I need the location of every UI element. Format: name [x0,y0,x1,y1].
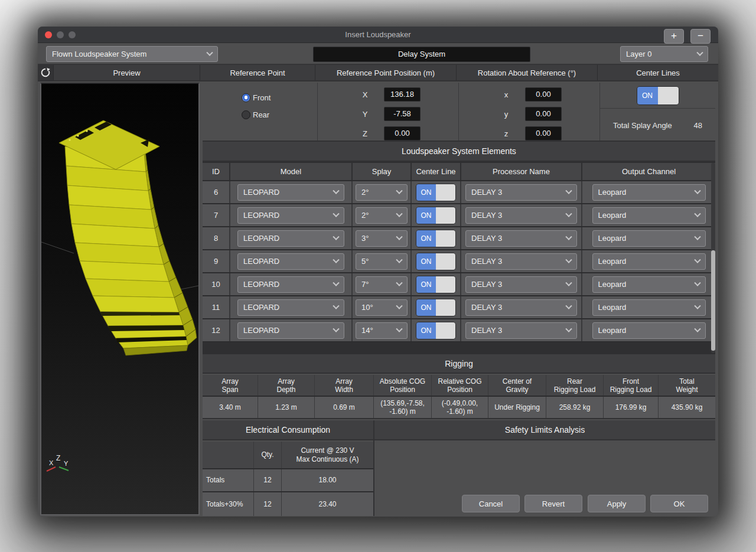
refresh-icon [40,67,51,78]
position-x-label: X [361,90,369,99]
revert-button[interactable]: Revert [524,495,582,512]
layer-dropdown[interactable]: Layer 0 [620,46,708,62]
center-lines-toggle-off-half [658,87,679,104]
chevron-down-icon [694,279,700,286]
processor-dropdown[interactable]: DELAY 3 [465,184,577,201]
output-channel-dropdown[interactable]: Leopard [592,230,706,247]
processor-dropdown[interactable]: DELAY 3 [465,299,577,316]
system-type-value: Flown Loudspeaker System [52,50,146,58]
center-line-toggle[interactable]: ON [416,322,456,339]
element-id: 10 [203,273,230,295]
center-lines-header: Center Lines [598,65,718,80]
splay-dropdown[interactable]: 2° [356,207,408,224]
apply-button[interactable]: Apply [588,495,646,512]
center-line-toggle[interactable]: ON [416,276,456,293]
col-splay-header: Splay [353,163,412,180]
chevron-down-icon [396,187,402,194]
splay-dropdown[interactable]: 5° [356,253,408,270]
processor-dropdown[interactable]: DELAY 3 [465,230,577,247]
element-id: 6 [203,181,230,203]
table-row: 10 LEOPARD 7° ON DELAY 3 Leopard [203,273,715,296]
model-dropdown[interactable]: LEOPARD [237,276,344,293]
rotation-y-input[interactable]: 0.00 [525,107,562,121]
col-model-header: Model [230,163,353,180]
position-x-input[interactable]: 136.18 [384,87,421,102]
processor-dropdown[interactable]: DELAY 3 [465,253,577,270]
chevron-down-icon [333,325,339,332]
center-lines-toggle[interactable]: ON [637,86,679,105]
axis-y-label: Y [64,460,69,467]
splay-dropdown[interactable]: 10° [356,299,408,316]
table-row: 6 LEOPARD 2° ON DELAY 3 Leopard [203,181,715,204]
table-row: 11 LEOPARD 10° ON DELAY 3 Leopard [203,296,715,319]
splay-dropdown[interactable]: 7° [356,276,408,293]
center-line-toggle[interactable]: ON [416,253,456,270]
table-row: 9 LEOPARD 5° ON DELAY 3 Leopard [203,250,715,273]
position-z-input[interactable]: 0.00 [384,126,421,141]
chevron-down-icon [396,256,402,263]
output-channel-dropdown[interactable]: Leopard [592,253,706,270]
model-dropdown[interactable]: LEOPARD [237,322,344,339]
chevron-down-icon [694,256,700,263]
center-line-toggle[interactable]: ON [416,207,456,224]
chevron-down-icon [396,233,402,240]
output-channel-dropdown[interactable]: Leopard [592,184,706,201]
add-element-button[interactable]: + [664,29,684,44]
model-dropdown[interactable]: LEOPARD [237,230,344,247]
relative-cog-value: (-0.49,0.00, -1.60) m [432,397,488,418]
preview-3d-canvas[interactable]: X Z Y [40,83,200,515]
radio-front-label: Front [253,93,271,102]
output-channel-dropdown[interactable]: Leopard [592,207,706,224]
totals-label: Totals [203,469,254,491]
col-output-header: Output Channel [582,163,715,180]
chevron-down-icon [206,49,213,55]
axis-triad-icon: X Z Y [47,454,69,471]
model-dropdown[interactable]: LEOPARD [237,207,344,224]
processor-dropdown[interactable]: DELAY 3 [465,322,577,339]
model-dropdown[interactable]: LEOPARD [237,253,344,270]
rigging-table-values: 3.40 m 1.23 m 0.69 m (135.69,-7.58, -1.6… [203,397,715,419]
output-channel-dropdown[interactable]: Leopard [592,276,706,293]
element-id: 8 [203,227,230,249]
model-dropdown[interactable]: LEOPARD [237,184,344,201]
qty-header: Qty. [254,442,282,468]
title-bar: Insert Loudspeaker [38,27,718,43]
position-y-input[interactable]: -7.58 [384,107,421,121]
processor-dropdown[interactable]: DELAY 3 [465,276,577,293]
processor-dropdown[interactable]: DELAY 3 [465,207,577,224]
output-channel-dropdown[interactable]: Leopard [592,299,706,316]
table-scrollbar[interactable] [711,163,715,353]
center-line-toggle[interactable]: ON [416,299,456,316]
chevron-down-icon [565,302,572,309]
rotation-z-label: z [503,129,510,138]
safety-section-header: Safety Limits Analysis [374,420,715,440]
center-of-gravity-value: Under Rigging [488,397,546,418]
center-line-toggle[interactable]: ON [416,184,456,201]
refresh-preview-button[interactable] [38,65,54,80]
array-depth-value: 1.23 m [258,397,315,418]
radio-rear[interactable]: Rear [242,110,271,119]
rotation-about-reference-header: Rotation About Reference (°) [457,65,598,80]
splay-dropdown[interactable]: 2° [356,184,408,201]
table-scrollbar-thumb[interactable] [711,250,715,351]
model-dropdown[interactable]: LEOPARD [237,299,344,316]
system-type-dropdown[interactable]: Flown Loudspeaker System [46,46,218,62]
section-header-row: Preview Reference Point Reference Point … [38,65,718,81]
rotation-z-input[interactable]: 0.00 [525,126,562,141]
chevron-down-icon [333,210,339,217]
electrical-section-header: Electrical Consumption [203,420,373,440]
ok-button[interactable]: OK [650,495,708,512]
system-name-input[interactable]: Delay System [313,47,530,62]
rotation-x-input[interactable]: 0.00 [525,87,562,102]
splay-dropdown[interactable]: 14° [356,322,408,339]
insert-loudspeaker-dialog: Insert Loudspeaker Flown Loudspeaker Sys… [38,27,718,517]
splay-dropdown[interactable]: 3° [356,230,408,247]
cancel-button[interactable]: Cancel [462,495,520,512]
radio-front[interactable]: Front [242,93,271,102]
absolute-cog-value: (135.69,-7.58, -1.60) m [374,397,432,418]
output-channel-dropdown[interactable]: Leopard [592,322,706,339]
radio-front-icon [242,93,250,102]
remove-element-button[interactable]: − [690,29,711,44]
center-line-toggle[interactable]: ON [416,230,456,247]
chevron-down-icon [694,233,700,240]
